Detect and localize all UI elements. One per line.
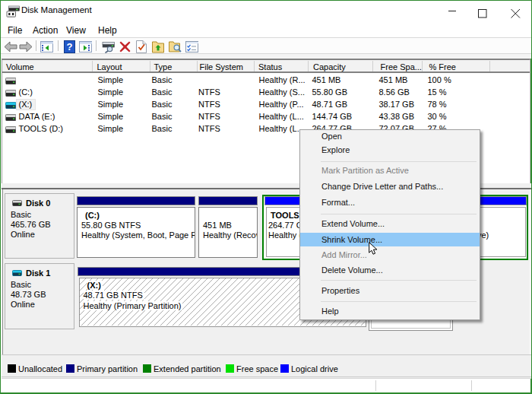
svg-text:?: ? [67,41,73,52]
